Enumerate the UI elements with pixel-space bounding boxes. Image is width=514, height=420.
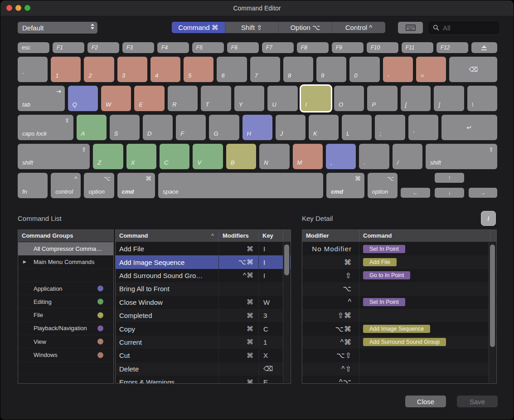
key-c[interactable]: C — [160, 144, 189, 169]
key-f1[interactable]: F1 — [53, 42, 84, 53]
key-8[interactable]: 8 — [283, 57, 313, 82]
key-return[interactable]: ↵ — [441, 115, 497, 140]
key-l[interactable]: L — [342, 115, 372, 140]
segment-shift[interactable]: Shift ⇧ — [225, 22, 278, 33]
key-f12[interactable]: F12 — [436, 42, 468, 53]
key-minus[interactable]: - — [383, 57, 413, 82]
key-7[interactable]: 7 — [250, 57, 280, 82]
key-arrow-left[interactable]: ← — [401, 188, 430, 198]
key-right-cmd[interactable]: cmd⌘ — [326, 173, 364, 198]
command-row-copy[interactable]: Copy⌘C — [116, 322, 291, 335]
key-detail-row-key[interactable]: ⌘Add File — [302, 255, 496, 269]
key-right-bracket[interactable]: ] — [434, 86, 464, 111]
key-detail-scrollbar[interactable] — [489, 242, 496, 383]
key-v[interactable]: V — [193, 144, 223, 169]
key-delete[interactable]: ⌫ — [449, 57, 497, 82]
key-1[interactable]: 1 — [51, 57, 81, 82]
key-equals[interactable]: = — [416, 57, 446, 82]
key-right-shift[interactable]: shift⇧ — [426, 144, 497, 169]
key-h[interactable]: H — [242, 115, 272, 140]
key-f6[interactable]: F6 — [227, 42, 259, 53]
command-row-bring-all-to-front[interactable]: Bring All to Front — [116, 282, 291, 295]
disclosure-triangle-icon[interactable]: ▶ — [23, 259, 26, 264]
command-row-delete[interactable]: Delete⌫ — [116, 362, 291, 376]
command-row-add-surround-sound-gro[interactable]: Add Surround Sound Gro…^⌘I — [116, 269, 291, 282]
key-eject[interactable] — [471, 42, 497, 53]
segment-command[interactable]: Command ⌘ — [172, 22, 225, 33]
column-header-modifiers[interactable]: Modifiers — [218, 230, 258, 242]
key-0[interactable]: 0 — [349, 57, 379, 82]
key-arrow-right[interactable]: → — [469, 188, 497, 198]
key-left-shift[interactable]: shift⇧ — [18, 144, 90, 169]
key-9[interactable]: 9 — [316, 57, 346, 82]
key-detail-row-key[interactable]: ⌥⌘Add Image Sequence — [302, 322, 496, 335]
key-detail-row-key[interactable]: ^⌘Add Surround Sound Group — [302, 336, 496, 349]
key-w[interactable]: W — [101, 86, 131, 111]
key-r[interactable]: R — [168, 86, 198, 111]
key-fn[interactable]: fn — [18, 173, 48, 198]
key-g[interactable]: G — [209, 115, 239, 140]
key-t[interactable]: T — [201, 86, 231, 111]
scrollbar-thumb[interactable] — [490, 244, 495, 347]
key-u[interactable]: U — [267, 86, 297, 111]
key-m[interactable]: M — [293, 144, 323, 169]
key-n[interactable]: N — [259, 144, 289, 169]
segment-option[interactable]: Option ⌥ — [278, 22, 332, 33]
key-5[interactable]: 5 — [184, 57, 213, 82]
key-backtick[interactable]: ` — [18, 57, 48, 82]
key-f7[interactable]: F7 — [262, 42, 294, 53]
key-o[interactable]: O — [334, 86, 364, 111]
key-detail-row-key[interactable]: ^Set In Point — [302, 296, 496, 309]
group-row-editing[interactable]: Editing — [18, 295, 113, 308]
key-caps-lock[interactable]: caps lock⇪ — [18, 115, 73, 140]
key-left-option[interactable]: option⌥ — [84, 173, 114, 198]
search-field[interactable] — [429, 22, 499, 34]
command-row-add-image-sequence[interactable]: Add Image Sequence⌥⌘I — [116, 255, 291, 269]
group-row-file[interactable]: File — [18, 308, 113, 322]
group-row-application[interactable]: Application — [18, 282, 113, 295]
save-button[interactable]: Save — [457, 396, 498, 407]
key-q[interactable]: Q — [68, 86, 98, 111]
segment-control[interactable]: Control ^ — [332, 22, 385, 33]
key-f9[interactable]: F9 — [332, 42, 364, 53]
command-row-completed[interactable]: Completed⌘3 — [116, 309, 291, 322]
search-input[interactable] — [442, 24, 495, 32]
key-f5[interactable]: F5 — [192, 42, 224, 53]
command-row-add-file[interactable]: Add File⌘I — [116, 242, 291, 255]
key-4[interactable]: 4 — [150, 57, 180, 82]
key-i[interactable]: I — [301, 86, 331, 111]
key-f8[interactable]: F8 — [297, 42, 329, 53]
key-f[interactable]: F — [176, 115, 206, 140]
key-detail-row-key[interactable]: ⌥⇧ — [302, 349, 496, 362]
key-b[interactable]: B — [226, 144, 256, 169]
close-button[interactable]: Close — [405, 396, 446, 407]
key-2[interactable]: 2 — [84, 57, 114, 82]
key-period[interactable]: . — [359, 144, 389, 169]
key-j[interactable]: J — [276, 115, 305, 140]
column-header-command[interactable]: Command ^ — [116, 230, 218, 242]
key-k[interactable]: K — [309, 115, 339, 140]
command-row-cut[interactable]: Cut⌘X — [116, 349, 291, 362]
command-row-errors-warnings[interactable]: Errors & Warnings⌘E — [116, 376, 291, 384]
key-detail-row-no-modifier[interactable]: No ModifierSet In Point — [302, 242, 496, 255]
key-tab[interactable]: tab⇥ — [18, 86, 65, 111]
key-right-option[interactable]: option⌥ — [368, 173, 398, 198]
key-e[interactable]: E — [134, 86, 164, 111]
key-semicolon[interactable]: ; — [375, 115, 405, 140]
key-quote[interactable]: ' — [408, 115, 438, 140]
key-detail-row-key[interactable]: ⇧Go to In Point — [302, 269, 496, 282]
scrollbar-thumb[interactable] — [284, 244, 289, 275]
key-detail-row-key[interactable]: ^⇧ — [302, 362, 496, 376]
group-row-playback-navigation[interactable]: Playback/Navigation — [18, 322, 113, 335]
key-arrow-down[interactable]: ↓ — [435, 188, 464, 198]
key-a[interactable]: A — [77, 115, 107, 140]
group-row-view[interactable]: View — [18, 335, 113, 348]
key-f3[interactable]: F3 — [122, 42, 154, 53]
key-6[interactable]: 6 — [217, 57, 247, 82]
key-f4[interactable]: F4 — [157, 42, 189, 53]
group-row-all-compressor-comma[interactable]: All Compressor Comma… — [18, 242, 113, 255]
preset-dropdown[interactable]: Default — [18, 22, 97, 34]
key-comma[interactable]: , — [326, 144, 356, 169]
key-z[interactable]: Z — [93, 144, 123, 169]
key-arrow-up[interactable]: ↑ — [435, 173, 464, 183]
